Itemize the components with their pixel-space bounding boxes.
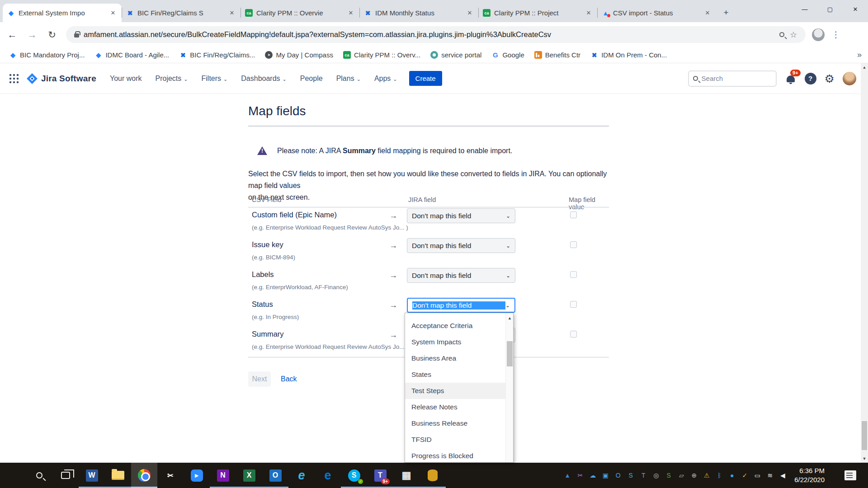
bookmark-item[interactable]: BIC Mandatory Proj... (5, 50, 88, 60)
scrollbar-thumb[interactable] (862, 421, 867, 450)
dropdown-scrollbar[interactable]: ▲ (505, 313, 513, 462)
next-button[interactable]: Next (248, 371, 271, 387)
taskbar-app-button[interactable]: ✓ (420, 463, 446, 488)
jira-field-select[interactable]: Don't map this field ⌄ (407, 208, 515, 223)
dropdown-option[interactable]: System Impacts (405, 334, 505, 350)
zoom-page-icon[interactable] (776, 29, 788, 41)
reload-button[interactable]: ↻ (44, 27, 60, 42)
browser-tab[interactable]: BIC Fin/Reg/Claims S ✕ (122, 4, 241, 22)
bookmark-item[interactable]: service portal (427, 50, 485, 60)
taskbar-app-button[interactable]: e ✓ (315, 463, 341, 488)
tray-icon[interactable]: ☁ (587, 470, 598, 481)
settings-gear-icon[interactable]: ⚙ (825, 73, 835, 84)
browser-tab[interactable]: IDM Monthly Status ✕ (359, 4, 478, 22)
taskbar-app-button[interactable]: e ✓ (288, 463, 315, 488)
tab-close-icon[interactable]: ✕ (109, 9, 117, 17)
back-button[interactable]: ← (5, 27, 20, 42)
tray-icon[interactable]: O (613, 470, 623, 481)
taskbar-app-button[interactable]: T 9+ ✓ (367, 463, 393, 488)
tray-icon[interactable]: ✓ (739, 470, 750, 481)
tray-icon[interactable]: ✂ (575, 470, 585, 481)
taskbar-app-button[interactable]: ✓ (52, 463, 79, 488)
jira-field-select[interactable]: Don't map this field ⌄ (407, 238, 515, 253)
notifications-button[interactable]: 9+ (785, 73, 797, 84)
page-scrollbar[interactable]: ▲ ▼ (861, 63, 868, 463)
tab-close-icon[interactable]: ✕ (585, 9, 593, 17)
forward-button[interactable]: → (24, 27, 40, 42)
browser-menu-icon[interactable]: ⋮ (829, 29, 843, 40)
dropdown-option[interactable]: Progress is Blocked (405, 448, 505, 463)
tray-icon[interactable]: ⚠ (701, 470, 712, 481)
taskbar-app-button[interactable]: W ✓ (79, 463, 105, 488)
address-bar[interactable]: amfament.atlassian.net/secure/BulkCreate… (66, 26, 806, 43)
bookmark-item[interactable]: IDM On Prem - Con... (587, 50, 670, 60)
dropdown-scroll-thumb[interactable] (507, 341, 513, 366)
tray-icon[interactable]: ◎ (651, 470, 661, 481)
dropdown-option[interactable]: TFSID (405, 432, 505, 448)
tray-icon[interactable]: ᛒ (714, 470, 725, 481)
dropdown-option[interactable]: Business Area (405, 350, 505, 366)
map-field-value-checkbox[interactable] (570, 211, 577, 218)
jira-logo[interactable]: Jira Software (26, 73, 96, 84)
back-link[interactable]: Back (281, 375, 297, 383)
jira-nav-item[interactable]: Filters ⌄ (202, 75, 228, 83)
bookmark-item[interactable]: BIC Fin/Reg/Claims... (175, 50, 259, 60)
tab-close-icon[interactable]: ✕ (703, 9, 712, 17)
dropdown-option[interactable]: Business Release (405, 415, 505, 432)
dropdown-option[interactable]: Test Steps (405, 383, 505, 399)
tray-icon[interactable]: ▭ (752, 470, 763, 481)
tray-icon[interactable]: ≋ (764, 470, 775, 481)
bookmark-item[interactable]: Clarity PPM :: Overv... (340, 50, 424, 60)
dropdown-option[interactable]: States (405, 366, 505, 383)
create-button[interactable]: Create (409, 71, 442, 86)
bookmark-item[interactable]: IDMC Board - Agile... (91, 50, 173, 60)
tray-icon[interactable]: S (663, 470, 674, 481)
taskbar-app-button[interactable]: ✂ ✓ (157, 463, 184, 488)
scroll-up-icon[interactable]: ▲ (506, 316, 514, 320)
browser-tab[interactable]: Clarity PPM :: Overvie ✕ (241, 4, 359, 22)
browser-tab[interactable]: CSV import - Status ✕ (597, 4, 716, 22)
taskbar-app-button[interactable]: ✓ (0, 463, 26, 488)
tray-icon[interactable]: S (625, 470, 636, 481)
browser-profile-avatar[interactable] (812, 28, 825, 41)
jira-nav-item[interactable]: Plans ⌄ (336, 75, 361, 83)
tray-icon[interactable]: ▱ (676, 470, 687, 481)
taskbar-app-button[interactable]: ✓ (184, 463, 210, 488)
map-field-value-checkbox[interactable] (570, 241, 577, 248)
jira-nav-item[interactable]: Apps ⌄ (374, 75, 397, 83)
tray-icon[interactable]: T (638, 470, 649, 481)
browser-tab[interactable]: Clarity PPM :: Project ✕ (478, 4, 597, 22)
search-input[interactable] (702, 75, 765, 82)
tab-close-icon[interactable]: ✕ (228, 9, 236, 17)
jira-field-select[interactable]: Don't map this field ⌄ (407, 298, 515, 313)
map-field-value-checkbox[interactable] (570, 301, 577, 308)
minimize-button[interactable]: — (792, 0, 817, 18)
jira-nav-item[interactable]: Projects ⌄ (156, 75, 188, 83)
scrollbar-down-icon[interactable]: ▼ (861, 456, 868, 461)
taskbar-app-button[interactable]: ✓ (26, 463, 52, 488)
tray-icon[interactable]: ▣ (600, 470, 611, 481)
user-avatar[interactable] (843, 72, 856, 85)
taskbar-app-button[interactable]: ✓ (105, 463, 131, 488)
map-field-value-checkbox[interactable] (570, 271, 577, 278)
bookmark-item[interactable]: Benefits Ctr (531, 50, 584, 60)
taskbar-app-button[interactable]: X ✓ (236, 463, 262, 488)
bookmarks-overflow-icon[interactable]: » (857, 50, 862, 60)
bookmark-item[interactable]: Google (488, 50, 528, 60)
taskbar-app-button[interactable]: N ✓ (210, 463, 236, 488)
taskbar-app-button[interactable]: O ✓ (262, 463, 288, 488)
close-button[interactable]: ✕ (843, 0, 868, 18)
jira-nav-item[interactable]: Dashboards ⌄ (241, 75, 287, 83)
new-tab-button[interactable]: + (720, 6, 732, 19)
tray-icon[interactable]: ⊕ (689, 470, 699, 481)
tray-icon[interactable]: ● (726, 470, 737, 481)
taskbar-app-button[interactable]: ▦ ✓ (393, 463, 420, 488)
jira-nav-item[interactable]: Your work ⌄ (110, 75, 142, 83)
scrollbar-up-icon[interactable]: ▲ (861, 65, 868, 70)
url-text[interactable]: amfament.atlassian.net/secure/BulkCreate… (84, 30, 776, 39)
map-field-value-checkbox[interactable] (570, 331, 577, 338)
tray-icon[interactable]: ◀ (777, 470, 788, 481)
tab-close-icon[interactable]: ✕ (347, 9, 355, 17)
maximize-button[interactable]: ▢ (817, 0, 843, 18)
app-switcher-icon[interactable] (9, 74, 19, 84)
